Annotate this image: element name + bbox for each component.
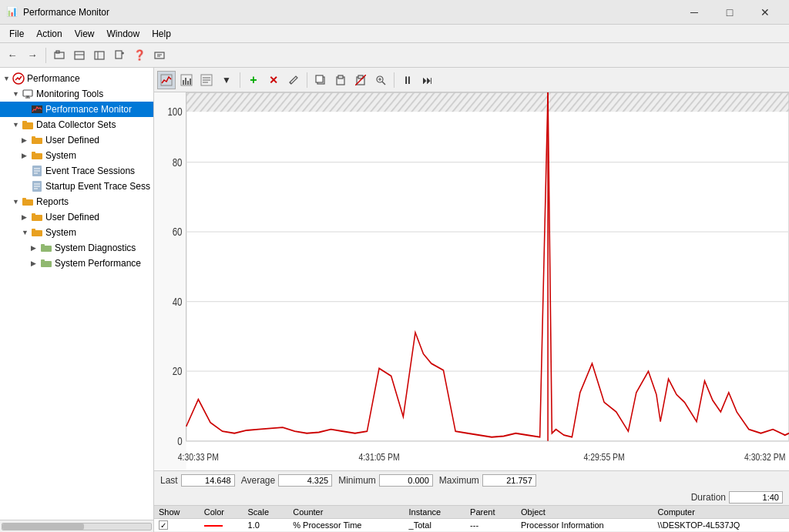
edit-counter-btn[interactable] xyxy=(284,71,303,89)
ud1-icon xyxy=(31,134,43,146)
last-label: Last xyxy=(160,475,178,486)
sidebar-item-reports[interactable]: ▼ Reports xyxy=(0,194,153,209)
left-scrollbar-area[interactable] xyxy=(0,520,153,532)
system-1-label: System xyxy=(45,150,76,161)
svg-rect-38 xyxy=(41,246,52,252)
svg-text:4:30:32 PM: 4:30:32 PM xyxy=(744,452,785,462)
forward-btn[interactable]: → xyxy=(23,46,42,65)
perf-mon-icon xyxy=(31,103,43,115)
up-btn[interactable] xyxy=(50,46,69,65)
counter-table-wrap: Show Color Scale Counter Instance Parent… xyxy=(154,505,789,533)
sidebar-item-user-defined-2[interactable]: ▶ User Defined xyxy=(0,209,153,225)
maximize-button[interactable]: □ xyxy=(712,0,747,25)
svg-rect-65 xyxy=(154,92,186,470)
view-dropdown-btn[interactable]: ▼ xyxy=(217,71,236,89)
svg-rect-6 xyxy=(116,51,122,59)
set-icon xyxy=(31,180,43,192)
user-defined-2-label: User Defined xyxy=(45,212,99,223)
system-diagnostics-label: System Diagnostics xyxy=(55,243,136,253)
row-counter: % Processor Time xyxy=(288,518,404,532)
sidebar-item-performance-monitor[interactable]: Performance Monitor xyxy=(0,102,153,117)
clear-btn[interactable] xyxy=(351,71,370,89)
paste-btn[interactable] xyxy=(331,71,350,89)
sidebar-item-user-defined-1[interactable]: ▶ User Defined xyxy=(0,132,153,148)
svg-text:4:29:55 PM: 4:29:55 PM xyxy=(583,452,624,462)
menu-bar: File Action View Window Help xyxy=(0,25,789,43)
ud1-arrow: ▶ xyxy=(22,136,31,144)
show-checkbox[interactable]: ✓ xyxy=(159,520,168,530)
svg-rect-23 xyxy=(32,152,35,154)
ud2-icon xyxy=(31,211,43,223)
svg-rect-40 xyxy=(41,261,52,267)
sidebar-item-event-trace[interactable]: Event Trace Sessions xyxy=(0,163,153,179)
new-btn[interactable] xyxy=(110,46,129,65)
menu-help[interactable]: Help xyxy=(146,25,177,42)
row-color xyxy=(200,518,243,532)
properties-btn[interactable] xyxy=(150,46,169,65)
sidebar-item-system-2[interactable]: ▼ System xyxy=(0,225,153,240)
show-hide-btn[interactable] xyxy=(70,46,89,65)
sp-icon xyxy=(40,257,52,269)
histogram-chart-btn[interactable] xyxy=(177,71,196,89)
freeze-btn[interactable]: ⏸ xyxy=(398,71,417,89)
help-btn[interactable]: ❓ xyxy=(130,46,149,65)
next-frame-btn[interactable]: ⏭ xyxy=(418,71,437,89)
main-toolbar: ← → ❓ xyxy=(0,43,789,68)
svg-text:20: 20 xyxy=(173,366,183,377)
app-icon: 📊 xyxy=(6,6,18,18)
svg-rect-37 xyxy=(32,229,35,231)
sidebar-item-data-collector-sets[interactable]: ▼ Data Collector Sets xyxy=(0,117,153,132)
title-bar: 📊 Performance Monitor ─ □ ✕ xyxy=(0,0,789,25)
add-counter-btn[interactable]: + xyxy=(244,71,263,89)
root-arrow: ▼ xyxy=(3,75,12,82)
row-computer: \\DESKTOP-4L537JQ xyxy=(653,518,789,532)
svg-rect-9 xyxy=(155,52,164,59)
svg-rect-35 xyxy=(32,213,35,216)
svg-text:40: 40 xyxy=(173,296,183,308)
svg-rect-4 xyxy=(95,52,104,59)
svg-rect-13 xyxy=(23,90,32,96)
sidebar-item-system-diagnostics[interactable]: ▶ System Diagnostics xyxy=(0,240,153,256)
sys2-arrow: ▼ xyxy=(22,229,31,236)
map-btn[interactable] xyxy=(90,46,109,65)
tree-root-performance[interactable]: ▼ Performance xyxy=(0,71,153,86)
close-button[interactable]: ✕ xyxy=(747,0,783,25)
sidebar-item-system-1[interactable]: ▶ System xyxy=(0,148,153,163)
duration-label: Duration xyxy=(691,492,726,503)
svg-rect-2 xyxy=(75,52,84,59)
menu-file[interactable]: File xyxy=(3,25,30,42)
left-scrollbar[interactable] xyxy=(2,523,152,530)
sidebar-item-system-performance[interactable]: ▶ System Performance xyxy=(0,256,153,271)
reports-label: Reports xyxy=(36,196,69,207)
minimize-button[interactable]: ─ xyxy=(677,0,712,25)
menu-action[interactable]: Action xyxy=(30,25,68,42)
col-parent: Parent xyxy=(465,506,516,519)
counter-row[interactable]: ✓ 1.0 % Processor Time _Total --- Proces… xyxy=(154,518,789,532)
event-trace-label: Event Trace Sessions xyxy=(45,166,135,176)
monitoring-icon xyxy=(22,88,34,100)
back-btn[interactable]: ← xyxy=(3,46,22,65)
col-scale: Scale xyxy=(243,506,289,519)
report-chart-btn[interactable] xyxy=(197,71,216,89)
counter-table-header: Show Color Scale Counter Instance Parent… xyxy=(154,506,789,519)
left-scrollbar-thumb xyxy=(2,524,84,530)
sd-icon xyxy=(40,242,52,254)
svg-rect-36 xyxy=(32,230,42,236)
sidebar-item-monitoring-tools[interactable]: ▼ Monitoring Tools xyxy=(0,86,153,102)
performance-monitor-label: Performance Monitor xyxy=(45,104,132,115)
menu-window[interactable]: Window xyxy=(101,25,146,42)
last-value: 14.648 xyxy=(181,474,235,487)
svg-text:4:30:33 PM: 4:30:33 PM xyxy=(178,452,219,462)
sidebar-item-startup-event-trace[interactable]: Startup Event Trace Sess xyxy=(0,179,153,194)
remove-counter-btn[interactable]: ✕ xyxy=(264,71,283,89)
col-counter: Counter xyxy=(288,506,404,519)
user-defined-1-label: User Defined xyxy=(45,135,99,146)
data-collector-sets-label: Data Collector Sets xyxy=(36,119,116,130)
line-chart-btn[interactable] xyxy=(157,71,176,89)
menu-view[interactable]: View xyxy=(69,25,101,42)
main-layout: ▼ Performance ▼ xyxy=(0,68,789,532)
ud2-arrow: ▶ xyxy=(22,213,31,221)
copy-image-btn[interactable] xyxy=(311,71,330,89)
zoom-btn[interactable] xyxy=(371,71,390,89)
row-parent: --- xyxy=(465,518,516,532)
